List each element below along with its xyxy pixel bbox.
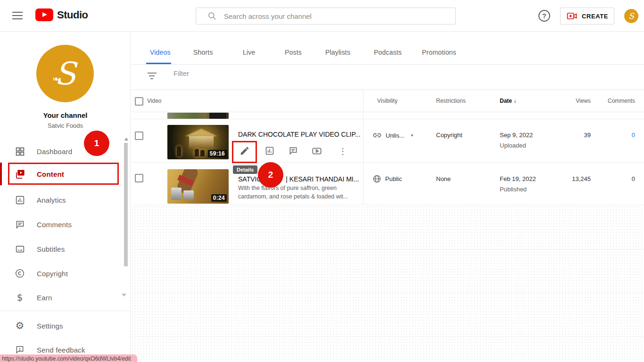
sidebar-item-settings[interactable]: ⚙ Settings	[0, 314, 123, 337]
help-icon[interactable]: ?	[538, 10, 550, 22]
date-header-label: Date	[500, 98, 512, 104]
tab-promotions[interactable]: Promotions	[422, 49, 456, 56]
tab-shorts[interactable]: Shorts	[193, 49, 213, 56]
channel-name: Satvic Foods	[0, 122, 131, 129]
video-checkbox[interactable]	[135, 132, 143, 140]
sidebar-scroll-down-arrow[interactable]	[122, 294, 126, 296]
feedback-icon	[14, 344, 25, 355]
video-thumbnail[interactable]: 59:16	[167, 125, 229, 159]
visibility-cell[interactable]: Public	[372, 174, 402, 183]
content-page: Videos Shorts Live Posts Playlists Podca…	[131, 32, 644, 362]
column-date[interactable]: Date ↓	[500, 98, 516, 104]
partial-video-thumbnail[interactable]	[167, 113, 229, 119]
public-globe-icon	[372, 174, 381, 183]
duration-badge: 0:24	[211, 194, 227, 202]
comments-cell[interactable]: 0	[632, 175, 635, 182]
column-comments[interactable]: Comments	[608, 98, 635, 104]
empty-row-placeholder	[131, 206, 644, 249]
youtube-studio-logo[interactable]: Studio	[35, 8, 88, 21]
visibility-cell[interactable]: Unlis... ▾	[372, 131, 413, 140]
tab-podcasts[interactable]: Podcasts	[374, 49, 402, 56]
table-row: 59:16 DARK CHOCOLATE PLAY VIDEO CLIP...	[131, 119, 644, 163]
gear-icon: ⚙	[14, 320, 25, 331]
filter-label: Filter	[173, 69, 189, 77]
search-input[interactable]	[224, 12, 455, 20]
select-all-checkbox[interactable]	[135, 97, 143, 106]
watch-on-youtube-icon[interactable]	[311, 145, 323, 157]
sidebar-item-label: Subtitles	[37, 245, 65, 253]
subtitles-icon	[14, 243, 25, 255]
copyright-icon	[14, 268, 25, 279]
channel-avatar-leaf: ❧	[52, 74, 59, 84]
account-avatar[interactable]: S	[624, 9, 638, 23]
table-header: Video Visibility Restrictions Date ↓ Vie…	[131, 90, 644, 112]
brand-name: Studio	[57, 9, 88, 21]
column-visibility[interactable]: Visibility	[377, 98, 397, 104]
create-label: CREATE	[582, 13, 608, 20]
sidebar: S ❧ Your channel Satvic Foods Dashboard	[0, 32, 131, 362]
edit-details-icon[interactable]	[239, 145, 251, 157]
sidebar-item-label: Analytics	[37, 196, 66, 204]
tab-posts[interactable]: Posts	[285, 49, 302, 56]
sidebar-item-subtitles[interactable]: Subtitles	[0, 238, 123, 260]
column-views[interactable]: Views	[576, 98, 591, 104]
sidebar-item-content[interactable]: Content	[0, 163, 123, 185]
video-title[interactable]: SATVIC | KESARI THANDAI MI...	[238, 175, 359, 183]
more-options-icon[interactable]: ⋮	[337, 145, 349, 157]
empty-table-area	[131, 206, 644, 362]
comments-cell[interactable]: 0	[632, 132, 635, 139]
video-description: With the flavors of pure saffron, green …	[238, 184, 348, 201]
sidebar-item-analytics[interactable]: Analytics	[0, 189, 123, 211]
sidebar-scroll-up-arrow[interactable]	[124, 138, 128, 140]
details-tooltip: Details	[233, 165, 257, 174]
tab-playlists[interactable]: Playlists	[325, 49, 350, 56]
status-url-bar: https://studio.youtube.com/video/qxO6dWL…	[0, 354, 137, 362]
views-cell: 13,245	[572, 175, 591, 182]
channel-avatar[interactable]: S ❧	[36, 45, 94, 102]
content-icon	[14, 168, 25, 180]
video-thumbnail[interactable]: 0:24	[167, 169, 229, 204]
sidebar-item-label: Earn	[37, 294, 52, 302]
create-button[interactable]: CREATE	[560, 8, 614, 25]
sidebar-item-copyright[interactable]: Copyright	[0, 262, 123, 285]
column-video[interactable]: Video	[147, 98, 161, 104]
comments-action-icon[interactable]	[287, 145, 299, 157]
sidebar-item-label: Send feedback	[37, 346, 85, 354]
video-title-right: | KESARI THANDAI MI...	[286, 175, 359, 183]
date-cell: Feb 19, 2022	[500, 175, 536, 182]
your-channel-label: Your channel	[0, 111, 131, 119]
column-restrictions[interactable]: Restrictions	[436, 98, 466, 104]
tab-live[interactable]: Live	[243, 49, 255, 56]
date-status: Uploaded	[500, 142, 526, 149]
channel-avatar-letter: S	[54, 56, 75, 92]
channel-search[interactable]	[196, 8, 456, 25]
sidebar-item-earn[interactable]: $ Earn	[0, 286, 123, 309]
empty-row-placeholder	[131, 337, 644, 362]
create-video-icon	[566, 10, 578, 22]
empty-row-placeholder	[131, 293, 644, 337]
sidebar-divider	[0, 311, 130, 311]
avatar-letter: S	[628, 11, 634, 21]
annotation-step-1: 1	[84, 131, 109, 156]
visibility-value: Public	[385, 175, 402, 182]
restrictions-cell: Copyright	[436, 132, 462, 139]
search-icon	[207, 11, 217, 21]
dashboard-icon	[14, 146, 25, 157]
unlisted-link-icon	[372, 131, 382, 140]
analytics-action-icon[interactable]	[264, 145, 276, 157]
youtube-play-icon	[35, 8, 53, 21]
empty-row-placeholder	[131, 249, 644, 293]
description-line: cardamom, and rose petals & loaded wit..…	[238, 192, 348, 201]
help-glyph: ?	[542, 12, 546, 20]
sidebar-item-comments[interactable]: Comments	[0, 213, 123, 236]
hamburger-menu-icon[interactable]	[12, 12, 23, 19]
sidebar-scrollbar[interactable]	[124, 143, 128, 266]
filter-bar[interactable]: Filter	[131, 65, 644, 90]
youtube-studio-window: Studio ? CREATE S S ❧ Your channel Satvi…	[0, 0, 644, 362]
video-title[interactable]: DARK CHOCOLATE PLAY VIDEO CLIP...	[238, 131, 361, 138]
sort-descending-icon: ↓	[513, 98, 516, 104]
video-checkbox[interactable]	[135, 174, 143, 182]
chevron-down-icon[interactable]: ▾	[411, 133, 413, 138]
sidebar-item-label: Comments	[37, 221, 72, 229]
tab-videos[interactable]: Videos	[150, 49, 171, 56]
